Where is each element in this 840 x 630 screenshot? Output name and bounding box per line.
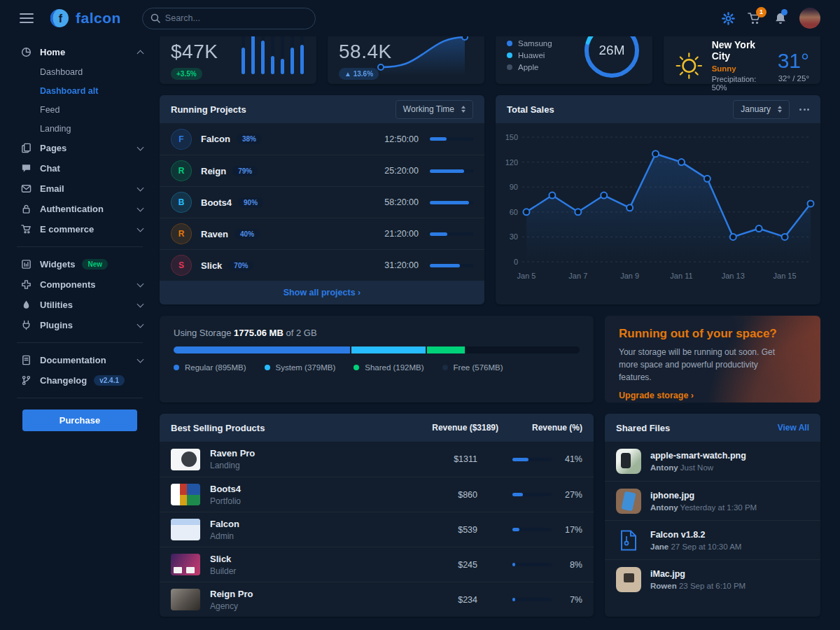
product-revenue: $860 — [400, 490, 477, 500]
product-progress-bar — [512, 493, 552, 496]
app-logo[interactable]: f falcon — [49, 8, 121, 29]
product-thumbnail — [171, 519, 200, 540]
project-progress-badge: 38% — [237, 134, 262, 144]
legend-dot-samsung — [507, 41, 512, 46]
sidebar-item-feed[interactable]: Feed — [0, 100, 160, 119]
bottom-row: Best Selling Products Revenue ($3189) Re… — [160, 414, 820, 617]
envelope-icon — [20, 183, 32, 194]
upgrade-storage-link[interactable]: Upgrade storage › — [619, 391, 694, 400]
main-content: Weekly Sales $47K +3.5% Total Order 58.4… — [160, 0, 840, 617]
project-avatar: R — [171, 160, 192, 181]
project-time: 12:50:00 — [384, 134, 419, 144]
sidebar-item-utilities[interactable]: Utilities — [0, 295, 160, 315]
product-row[interactable]: Boots4Portfolio $860 27% — [160, 477, 594, 512]
sidebar-item-chat[interactable]: Chat — [0, 158, 160, 178]
sidebar-item-dashboard-alt[interactable]: Dashboard alt — [0, 81, 160, 100]
sidebar-item-widgets[interactable]: Widgets New — [0, 254, 160, 274]
legend-dot-regular — [174, 365, 179, 370]
product-revenue: $234 — [400, 595, 477, 605]
product-progress-bar — [512, 598, 552, 601]
file-icon — [616, 528, 641, 553]
sidebar-item-email[interactable]: Email — [0, 178, 160, 199]
file-row[interactable]: iMac.jpg Rowen 23 Sep at 6:10 PM — [605, 559, 820, 598]
sidebar-item-documentation[interactable]: Documentation — [0, 350, 160, 370]
chevron-down-icon — [137, 204, 144, 211]
project-avatar: R — [171, 223, 192, 244]
sidebar-item-ecommerce[interactable]: E commerce — [0, 219, 160, 239]
product-progress-bar — [512, 563, 552, 566]
sidebar-item-landing[interactable]: Landing — [0, 119, 160, 138]
month-select[interactable]: January — [733, 100, 790, 119]
project-row[interactable]: F Falcon 38% 12:50:00 — [160, 123, 484, 155]
legend-dot-apple — [507, 64, 512, 70]
notifications-bell-icon[interactable] — [774, 12, 787, 25]
user-avatar[interactable] — [799, 8, 820, 29]
legend-dot-huawei — [507, 52, 512, 58]
sidebar-item-changelog[interactable]: Changelog v2.4.1 — [0, 370, 160, 391]
revenue-column-header: Revenue ($3189) — [393, 423, 498, 433]
file-row[interactable]: apple-smart-watch.png Antony Just Now — [605, 442, 820, 481]
weekly-sales-change-badge: +3.5% — [171, 68, 202, 80]
svg-text:Jan 7: Jan 7 — [568, 272, 587, 280]
sidebar-divider — [17, 398, 143, 398]
sidebar-item-plugins[interactable]: Plugins — [0, 315, 160, 335]
working-time-select[interactable]: Working Time — [396, 100, 473, 119]
chevron-down-icon — [137, 184, 144, 191]
cart-icon[interactable]: 1 — [748, 12, 762, 25]
project-row[interactable]: B Boots4 90% 58:20:00 — [160, 186, 484, 218]
best-selling-products-panel: Best Selling Products Revenue ($3189) Re… — [160, 414, 594, 617]
product-row[interactable]: FalconAdmin $539 17% — [160, 512, 594, 547]
sidebar-item-home[interactable]: Home — [0, 42, 160, 62]
search-input[interactable] — [142, 8, 316, 29]
chevron-down-icon — [137, 144, 144, 150]
lock-icon — [20, 204, 32, 214]
new-badge: New — [82, 259, 108, 270]
sidebar-item-components[interactable]: Components — [0, 274, 160, 295]
chevron-up-icon — [137, 50, 144, 57]
product-progress-bar — [512, 528, 552, 531]
sidebar-item-authentication[interactable]: Authentication — [0, 199, 160, 219]
show-all-projects-link[interactable]: Show all projects › — [284, 288, 360, 298]
topbar-actions: 1 — [722, 8, 820, 29]
legend-dot-shared — [354, 365, 359, 370]
total-sales-line-chart: 0306090120150Jan 5Jan 7Jan 9Jan 11Jan 13… — [496, 123, 820, 298]
product-thumbnail — [171, 484, 200, 505]
project-progress-badge: 70% — [228, 260, 253, 271]
file-row[interactable]: Falcon v1.8.2 Jane 27 Sep at 10:30 AM — [605, 520, 820, 559]
upgrade-storage-card: Running out of your space? Your storage … — [605, 316, 820, 402]
project-time: 31:20:00 — [384, 260, 419, 270]
file-row[interactable]: iphone.jpg Antony Yesterday at 1:30 PM — [605, 481, 820, 520]
view-all-link[interactable]: View All — [778, 423, 809, 433]
project-progress-bar — [430, 232, 473, 236]
search-box — [142, 8, 316, 29]
sun-icon — [675, 50, 704, 82]
product-progress-bar — [512, 458, 552, 461]
project-time: 25:20:00 — [384, 166, 419, 176]
chart-pie-icon — [20, 47, 32, 57]
project-row[interactable]: R Raven 40% 21:20:00 — [160, 218, 484, 249]
sidebar-item-pages[interactable]: Pages — [0, 138, 160, 158]
project-row[interactable]: R Reign 79% 25:20:00 — [160, 155, 484, 186]
hamburger-menu-icon[interactable] — [20, 10, 34, 26]
project-time: 58:20:00 — [384, 197, 419, 207]
weather-range: 32° / 25° — [778, 74, 809, 83]
project-row[interactable]: S Slick 70% 31:20:00 — [160, 249, 484, 281]
project-avatar: B — [171, 192, 192, 213]
weather-temp: 31° — [778, 49, 809, 73]
product-row[interactable]: Reign ProAgency $234 7% — [160, 582, 594, 617]
chevron-down-icon — [137, 280, 144, 287]
product-revenue: $539 — [400, 525, 477, 535]
card-menu-icon[interactable] — [799, 108, 809, 111]
middle-row: Running Projects Working Time F Falcon 3… — [160, 95, 820, 304]
product-thumbnail — [171, 589, 200, 610]
purchase-button[interactable]: Purchase — [22, 410, 137, 431]
svg-text:120: 120 — [505, 158, 518, 167]
product-row[interactable]: Raven ProLanding $1311 41% — [160, 442, 594, 477]
settings-gear-icon[interactable] — [722, 12, 735, 25]
sidebar-item-dashboard[interactable]: Dashboard — [0, 62, 160, 81]
notification-dot — [781, 9, 788, 15]
product-row[interactable]: SlickBuilder $245 8% — [160, 547, 594, 582]
shared-files-title: Shared Files — [616, 423, 670, 433]
code-branch-icon — [20, 375, 32, 386]
project-time: 21:20:00 — [384, 229, 419, 239]
